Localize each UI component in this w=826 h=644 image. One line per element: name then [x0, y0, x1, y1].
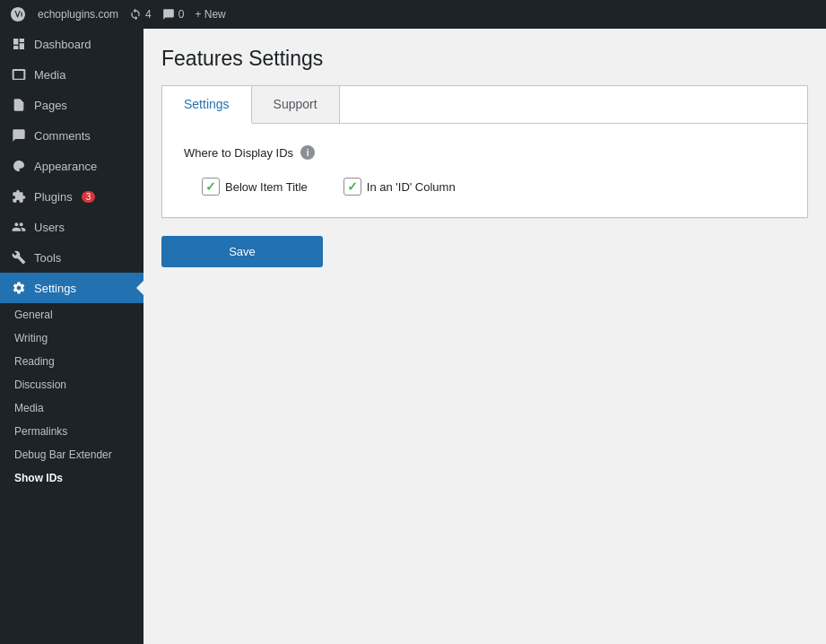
save-button[interactable]: Save	[161, 236, 323, 267]
appearance-icon	[11, 158, 27, 174]
sidebar-item-label: Appearance	[34, 160, 97, 173]
sidebar-item-users[interactable]: Users	[0, 212, 143, 242]
dashboard-icon	[11, 36, 27, 52]
main-layout: Dashboard Media Pages Comments Appearanc…	[0, 29, 826, 644]
checkbox-id-column[interactable]: In an 'ID' Column	[343, 178, 456, 196]
new-link[interactable]: + New	[195, 8, 225, 21]
sidebar-item-label: Users	[34, 221, 65, 234]
where-to-display-ids-label: Where to Display IDs	[184, 146, 293, 160]
sidebar-item-dashboard[interactable]: Dashboard	[0, 29, 143, 59]
tab-settings[interactable]: Settings	[162, 86, 252, 124]
content-area: Features Settings Settings Support Where…	[143, 29, 826, 644]
submenu-item-media[interactable]: Media	[0, 396, 143, 420]
site-name: echoplugins.com	[38, 8, 118, 21]
settings-icon	[11, 280, 27, 296]
checkbox-below-title[interactable]: Below Item Title	[202, 178, 308, 196]
sidebar-item-settings[interactable]: Settings	[0, 273, 143, 303]
checkmark-below-title[interactable]	[202, 178, 220, 196]
sidebar-item-pages[interactable]: Pages	[0, 90, 143, 120]
page-title: Features Settings	[161, 47, 808, 71]
plugins-icon	[11, 188, 27, 205]
where-to-display-ids-row: Where to Display IDs i	[184, 145, 786, 160]
checkmark-id-column[interactable]	[343, 178, 361, 196]
sidebar-item-plugins[interactable]: Plugins 3	[0, 181, 143, 212]
media-icon	[11, 66, 27, 83]
id-column-label: In an 'ID' Column	[367, 180, 456, 194]
info-icon[interactable]: i	[300, 145, 315, 160]
submenu-item-show-ids[interactable]: Show IDs	[0, 466, 143, 490]
settings-card: Settings Support Where to Display IDs i …	[161, 85, 808, 218]
sidebar-item-label: Dashboard	[34, 38, 91, 51]
sidebar: Dashboard Media Pages Comments Appearanc…	[0, 29, 143, 644]
admin-bar: echoplugins.com 4 0 + New	[0, 0, 826, 29]
wp-logo[interactable]	[9, 5, 27, 23]
plugins-badge: 3	[82, 191, 96, 203]
sidebar-item-label: Media	[34, 68, 65, 82]
tools-icon	[11, 249, 27, 265]
sidebar-item-label: Pages	[34, 99, 67, 112]
tabs-row: Settings Support	[162, 86, 807, 124]
sidebar-item-media[interactable]: Media	[0, 59, 143, 90]
sidebar-item-label: Comments	[34, 129, 91, 143]
comments-icon	[11, 127, 27, 144]
pages-icon	[11, 97, 27, 113]
sidebar-item-label: Tools	[34, 251, 61, 265]
submenu-item-debug-bar-extender[interactable]: Debug Bar Extender	[0, 443, 143, 466]
sidebar-item-label: Settings	[34, 282, 76, 295]
tab-support[interactable]: Support	[252, 86, 340, 123]
checkbox-options: Below Item Title In an 'ID' Column	[202, 178, 786, 196]
submenu-item-general[interactable]: General	[0, 303, 143, 326]
sidebar-item-tools[interactable]: Tools	[0, 242, 143, 273]
sidebar-item-comments[interactable]: Comments	[0, 120, 143, 151]
updates-link[interactable]: 4	[129, 8, 152, 21]
sidebar-item-label: Plugins	[34, 190, 73, 204]
settings-content: Where to Display IDs i Below Item Title …	[162, 124, 807, 217]
site-name-link[interactable]: echoplugins.com	[38, 8, 118, 21]
sidebar-arrow	[136, 281, 143, 295]
comments-link[interactable]: 0	[162, 8, 185, 21]
submenu-item-permalinks[interactable]: Permalinks	[0, 420, 143, 443]
users-icon	[11, 219, 27, 235]
below-title-label: Below Item Title	[225, 180, 308, 194]
sidebar-item-appearance[interactable]: Appearance	[0, 151, 143, 181]
submenu-item-discussion[interactable]: Discussion	[0, 373, 143, 396]
submenu-item-writing[interactable]: Writing	[0, 326, 143, 350]
submenu-item-reading[interactable]: Reading	[0, 350, 143, 373]
